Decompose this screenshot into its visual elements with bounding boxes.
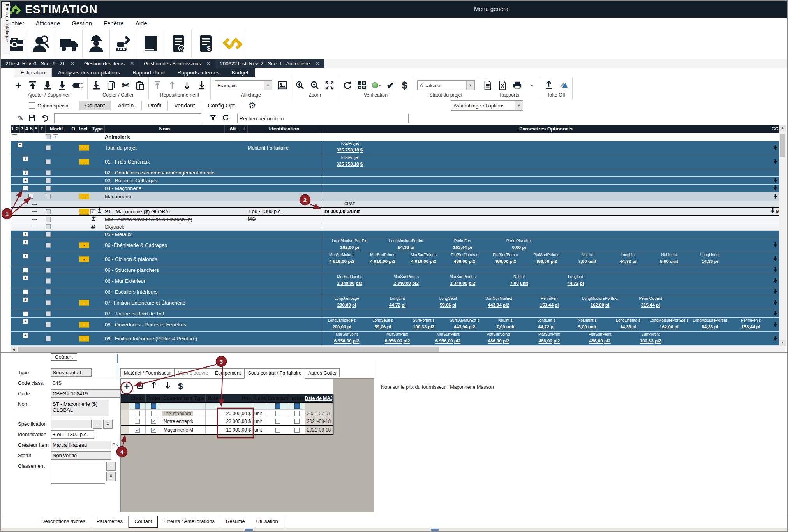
delete-row-icon[interactable] — [136, 381, 144, 391]
cc-down-icon[interactable] — [773, 289, 777, 296]
price-col-date-de-maj[interactable]: Date de MAJ — [305, 394, 333, 402]
incl-flag[interactable]: - — [79, 209, 89, 215]
filter-checkbox[interactable] — [275, 403, 280, 409]
bottom-tab-erreurs-ameliorations[interactable]: Erreurs / Améliorations — [158, 516, 220, 528]
param-value[interactable]: 4 616,00 pi2 — [362, 258, 403, 265]
price-row-prix-standard[interactable]: Prix standard20 000,00 $unit2021-07-01 — [121, 410, 333, 417]
grid-col-[interactable]: + — [242, 125, 248, 133]
param-perimouvext[interactable]: PerimOuvExt315,44 pi — [625, 296, 676, 310]
inclus-checkbox[interactable] — [294, 419, 300, 424]
splitter-handle[interactable] — [431, 529, 439, 531]
param-value[interactable]: 6 956,00 pi2 — [423, 337, 473, 345]
toolbar-button-brand-icon[interactable] — [219, 30, 246, 58]
param-value[interactable]: 2 340,00 pi2 — [378, 280, 434, 287]
edit-pencil-icon[interactable]: ✎ — [17, 114, 24, 123]
param-nblint[interactable]: NbLint7,00 unit — [491, 274, 547, 288]
inclus-checkbox[interactable] — [294, 411, 300, 416]
move-down-icon[interactable] — [58, 81, 67, 90]
select-affichage[interactable]: Français▼ — [215, 80, 272, 90]
param-plafsurfpeint-s[interactable]: PlafSurfPeint-s486,00 pi2 — [526, 252, 567, 266]
cc-down-icon[interactable] — [773, 335, 777, 342]
option-special-checkbox[interactable] — [29, 102, 35, 109]
mode-tab-config-opt[interactable]: Config.Opt. — [201, 101, 243, 110]
modif-checkbox[interactable]: ✓ — [53, 134, 58, 139]
doc-tab-200622test-rev-2-sce-1-animalerie[interactable]: 200622Test: Rév. 2 - Scé. 1 : Animalerie… — [215, 59, 324, 68]
param-longlint-s[interactable]: LongLint-s44,72 pi — [526, 318, 567, 331]
constant-checkbox[interactable] — [275, 428, 280, 433]
param-plafsurfjoints[interactable]: PlafSurfJoints486,00 pi2 — [473, 332, 524, 345]
price-icon[interactable]: $ — [178, 381, 183, 391]
grid-row-07-toiture-et-bord-de-toit[interactable]: −07 - Toiture et Bord de Toit — [11, 310, 779, 318]
horizontal-scroll-thumb[interactable] — [18, 347, 439, 352]
cut-icon[interactable]: ✂ — [121, 80, 130, 90]
refresh-icon[interactable] — [342, 81, 352, 90]
expand-icon[interactable]: + — [23, 232, 28, 237]
param-value[interactable]: 44,72 pi — [547, 280, 604, 287]
collapse-icon[interactable]: − — [23, 311, 28, 316]
price-col-inclus[interactable]: Inclus — [289, 394, 305, 402]
expand-icon[interactable]: + — [23, 297, 28, 302]
save-icon[interactable] — [28, 114, 36, 123]
grid-col-identification[interactable]: Identification — [248, 125, 321, 133]
expand-icon[interactable]: + — [23, 333, 28, 338]
incl-checkbox[interactable]: ✓ — [90, 209, 95, 214]
scroll-down-icon[interactable]: ▼ — [779, 340, 786, 346]
choix-checkbox[interactable]: ✓ — [135, 428, 140, 433]
filter-checkbox[interactable] — [151, 403, 156, 409]
grid-col-alt[interactable]: Alt. — [225, 125, 242, 133]
flag-checkbox[interactable] — [46, 159, 51, 164]
projet-checkbox[interactable]: ✓ — [151, 428, 156, 433]
browse-button[interactable]: ... — [93, 420, 102, 429]
grid-row-maconnerie[interactable]: −-Maçonnerie — [11, 192, 779, 201]
chevron-down-icon[interactable]: ▼ — [466, 81, 474, 90]
doc-tab-21test-rev-0-sce-1-21[interactable]: 21test: Rév. 0 - Scé. 1 : 21✕ — [1, 59, 79, 68]
param-value[interactable]: 486,00 pi2 — [485, 258, 526, 265]
param-mursurfjoint-s[interactable]: MurSurfJoint-s2 340,00 pi2 — [321, 274, 378, 288]
mode-tab-admin[interactable]: Admin. — [111, 101, 142, 110]
param-value[interactable]: 59,06 pi — [423, 301, 473, 309]
toggle-icon[interactable] — [72, 83, 83, 88]
status-dot-icon[interactable]: ▾ — [372, 80, 381, 90]
param-value[interactable]: 2 340,00 pi2 — [434, 280, 491, 287]
grid-col-o[interactable]: O — [69, 125, 78, 133]
cc-down-icon[interactable] — [773, 299, 777, 307]
collapse-icon[interactable]: − — [28, 194, 33, 199]
cc-down-icon[interactable] — [770, 208, 775, 215]
grid-col-nom[interactable]: Nom — [105, 125, 225, 133]
param-longseuil-s[interactable]: LongSeuil-s59,06 pi — [362, 318, 403, 331]
grid-col-2[interactable]: 2 — [15, 125, 20, 133]
expand-icon[interactable]: + — [23, 240, 28, 245]
field-createur-item[interactable]: Martial Nadeau — [51, 441, 111, 449]
cc-down-icon[interactable] — [773, 185, 777, 192]
toolbar-button-catalog-icon[interactable] — [137, 30, 164, 58]
param-value[interactable]: 486,00 pi2 — [473, 337, 524, 345]
filter-checkbox[interactable] — [135, 403, 140, 409]
close-icon[interactable]: ✕ — [71, 61, 74, 66]
flag-checkbox[interactable] — [46, 243, 51, 248]
view-tab-rapports-internes[interactable]: Rapports Internes — [171, 68, 225, 77]
grid-row-07-finition-exterieure-et-etancheite[interactable]: +-07 -Finition Extérieure et ÉtanchéitéL… — [11, 296, 779, 310]
param-value[interactable]: 100,33 pi2 — [625, 337, 676, 345]
param-value[interactable]: 59,06 pi — [362, 323, 403, 331]
flag-checkbox[interactable] — [46, 134, 51, 139]
menu-gestion[interactable]: Gestion — [66, 20, 98, 26]
row-selector[interactable] — [121, 417, 129, 425]
param-surfouvmurext-s[interactable]: SurfOuvMurExt-s443,94 pi2 — [444, 318, 485, 331]
cc-down-icon[interactable] — [773, 193, 777, 200]
param-value[interactable]: 162,00 pi — [321, 244, 378, 251]
choix-checkbox[interactable] — [135, 411, 140, 416]
incl-flag[interactable]: - — [79, 159, 89, 165]
grid-col-f[interactable]: F — [39, 125, 46, 133]
assembly-select[interactable]: Assemblage et options▼ — [451, 100, 520, 111]
flag-checkbox[interactable] — [46, 300, 51, 305]
param-value[interactable]: 6 956,00 pi2 — [321, 337, 372, 345]
param-longmoulureportext[interactable]: LongMoulurePortExt162,00 pi — [575, 296, 625, 310]
field-identification[interactable]: + ou - 1300 p.c. — [51, 430, 94, 439]
price-col-projet[interactable]: Projet — [146, 394, 162, 402]
takeoff-icon[interactable] — [544, 81, 554, 90]
clear-button[interactable]: X — [106, 472, 116, 481]
view-tab-estimation[interactable]: Estimation — [14, 68, 52, 77]
toolbar-button-clients-icon[interactable] — [28, 30, 55, 58]
insert-down-icon[interactable] — [43, 81, 52, 90]
add-icon[interactable]: + — [14, 80, 23, 90]
